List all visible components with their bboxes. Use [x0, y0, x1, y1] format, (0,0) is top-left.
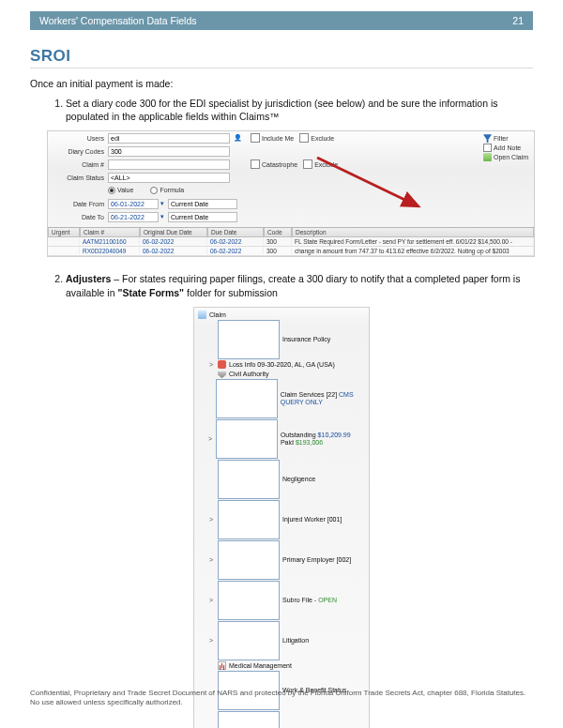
page-icon — [218, 500, 280, 539]
page-icon — [218, 621, 280, 660]
open-claim-icon — [483, 153, 492, 161]
note-icon — [483, 144, 492, 152]
include-me-checkbox[interactable]: Include Me — [251, 133, 294, 143]
exclude-checkbox-1[interactable]: Exclude — [299, 133, 334, 143]
tree-item[interactable]: Medical Management — [207, 661, 365, 671]
filter-icon — [483, 134, 492, 143]
header-page-number: 21 — [512, 15, 524, 26]
tree-toggle-icon[interactable]: > — [207, 556, 215, 564]
page-icon — [216, 419, 278, 459]
value-radio[interactable]: Value — [108, 187, 133, 194]
tree-toggle-icon[interactable]: > — [207, 637, 215, 645]
page-icon — [218, 320, 280, 359]
med-icon — [218, 661, 226, 670]
tree-item[interactable]: >Outstanding $10,209.99 Paid $193,006 — [207, 419, 365, 460]
list-item-1: Set a diary code 300 for the EDI special… — [66, 97, 533, 123]
page-header: Workers' Compensation Data Fields 21 — [30, 11, 533, 30]
diary-filter-screenshot: Users 👤 Include Me Exclude Diary Codes C… — [47, 130, 535, 257]
date-to-formula[interactable] — [168, 212, 237, 222]
label-users: Users — [48, 135, 108, 142]
status-input[interactable] — [108, 173, 230, 183]
users-input[interactable] — [108, 133, 230, 144]
exclude-checkbox-2[interactable]: Exclude — [303, 159, 338, 169]
label-diary: Diary Codes — [48, 148, 108, 155]
instruction-list: Set a diary code 300 for the EDI special… — [66, 97, 533, 123]
claim-tree-screenshot: Claim Insurance Policy>Loss Info 09-30-2… — [193, 307, 370, 728]
table-row[interactable]: AATM21100160 06-02-2022 06-02-2022 300 F… — [48, 237, 534, 247]
diary-grid: Urgent Claim # Original Due Date Due Dat… — [48, 227, 534, 256]
page-icon — [218, 540, 280, 580]
page-icon — [218, 460, 280, 499]
date-from-input[interactable] — [108, 199, 159, 209]
tree-item[interactable]: Negligence — [207, 460, 365, 500]
filter-button[interactable]: Filter — [483, 134, 528, 143]
instruction-list-2: Adjusters – For states requiring paper f… — [66, 272, 533, 298]
chevron-down-icon[interactable]: ▾ — [160, 213, 164, 220]
user-icon: 👤 — [230, 134, 245, 142]
cap-icon — [218, 370, 226, 378]
page-icon — [216, 379, 278, 418]
chevron-down-icon[interactable]: ▾ — [160, 200, 164, 207]
header-title: Workers' Compensation Data Fields — [39, 15, 197, 26]
page-icon — [218, 711, 280, 728]
claim-input[interactable] — [108, 159, 230, 170]
badge-icon — [218, 360, 226, 369]
col-desc[interactable]: Description — [292, 228, 534, 237]
formula-radio[interactable]: Formula — [150, 187, 184, 194]
tree-toggle-icon[interactable]: > — [207, 516, 215, 523]
page-icon — [218, 581, 280, 620]
date-to-input[interactable] — [108, 212, 159, 222]
catastrophe-checkbox[interactable]: Catastrophe — [251, 159, 297, 169]
tree-item[interactable]: >Injured Worker [001] — [207, 500, 365, 540]
section-title: SROI — [30, 47, 533, 68]
list-item-2: Adjusters – For states requiring paper f… — [66, 272, 533, 298]
claim-icon — [198, 311, 206, 319]
tree-item[interactable]: Insurance Policy — [207, 320, 365, 360]
side-actions: Filter Add Note Open Claim — [483, 134, 528, 162]
col-urgent[interactable]: Urgent — [48, 228, 80, 237]
date-from-formula[interactable] — [168, 199, 237, 209]
page-footer: Confidential, Proprietary and Trade Secr… — [30, 685, 533, 707]
add-note-button[interactable]: Add Note — [483, 144, 528, 152]
label-claim: Claim # — [48, 161, 108, 168]
tree-item[interactable]: >Loss Info 09-30-2020, AL, GA (USA) — [207, 360, 365, 370]
tree-toggle-icon[interactable]: > — [207, 361, 215, 369]
intro-text: Once an initial payment is made: — [30, 78, 533, 89]
tree-toggle-icon[interactable]: > — [207, 597, 215, 604]
tree-root[interactable]: Claim — [198, 311, 365, 320]
label-from: Date From — [48, 201, 108, 207]
label-status: Claim Status — [48, 174, 108, 181]
col-orig[interactable]: Original Due Date — [140, 228, 207, 237]
col-due[interactable]: Due Date — [207, 228, 264, 237]
tree-item[interactable]: Claim Services [22] CMS QUERY ONLY — [207, 379, 365, 419]
label-to: Date To — [48, 214, 108, 220]
tree-item[interactable]: >Primary Employer [002] — [207, 540, 365, 581]
table-row[interactable]: RX0D22040049 06-02-2022 06-02-2022 300 c… — [48, 247, 534, 256]
diary-input[interactable] — [108, 146, 230, 157]
open-claim-button[interactable]: Open Claim — [483, 153, 528, 161]
tree-item[interactable]: Claim Provider Bills — [207, 711, 365, 728]
col-code[interactable]: Code — [264, 228, 292, 237]
tree-item[interactable]: >Litigation — [207, 621, 365, 661]
tree-item[interactable]: Civil Authority — [207, 370, 365, 379]
col-claimno[interactable]: Claim # — [80, 228, 140, 237]
tree-toggle-icon[interactable]: > — [207, 435, 213, 443]
tree-item[interactable]: >Subro File - OPEN — [207, 581, 365, 621]
